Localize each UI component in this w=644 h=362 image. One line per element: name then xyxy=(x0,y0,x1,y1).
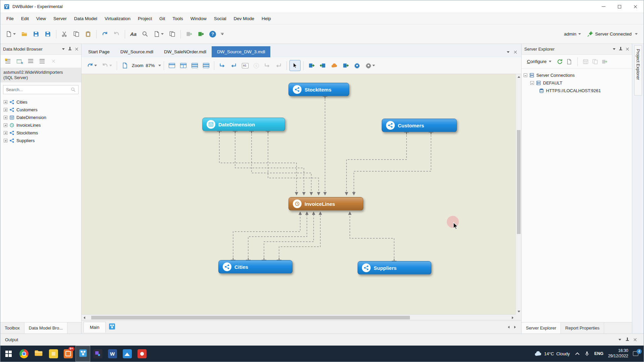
comment-button[interactable] xyxy=(152,29,166,39)
menu-dev-mode[interactable]: Dev Mode xyxy=(230,14,258,23)
curved-route-button-1[interactable] xyxy=(262,60,272,71)
table-export-icon[interactable] xyxy=(601,59,607,65)
pin-icon[interactable] xyxy=(619,47,623,51)
vertical-scroll-thumb[interactable] xyxy=(517,130,521,234)
tree-item-stockitems[interactable]: StockItems xyxy=(1,129,80,137)
configure-button[interactable]: Configure xyxy=(525,57,553,66)
list-view-button[interactable] xyxy=(38,57,46,65)
find-button[interactable] xyxy=(140,29,150,39)
menu-server[interactable]: Server xyxy=(50,14,70,23)
add-to-model-button[interactable] xyxy=(306,60,317,71)
layout-style-button-1[interactable] xyxy=(167,61,177,70)
model-settings-button[interactable] xyxy=(352,60,362,71)
pin-icon[interactable] xyxy=(68,47,72,51)
expand-icon[interactable] xyxy=(4,100,7,104)
menu-virtualization[interactable]: Virtualization xyxy=(101,14,134,23)
tab-start-page[interactable]: Start Page xyxy=(83,46,115,57)
taskbar-photos[interactable] xyxy=(120,346,135,362)
menu-social[interactable]: Social xyxy=(211,14,230,23)
scroll-up-icon[interactable] xyxy=(516,74,522,80)
node-suppliers[interactable]: Suppliers xyxy=(358,261,431,275)
copy-button[interactable] xyxy=(71,29,82,39)
menu-window[interactable]: Window xyxy=(187,14,210,23)
font-button[interactable]: Aa xyxy=(128,29,139,39)
tab-report-properties[interactable]: Report Properties xyxy=(561,322,604,334)
menu-file[interactable]: File xyxy=(3,14,17,23)
deploy-button[interactable] xyxy=(340,60,351,71)
tree-item-localhost[interactable]: HTTPS://LOCALHOST:9261 xyxy=(524,87,630,95)
model-list-button[interactable] xyxy=(4,57,12,65)
taskbar-notes[interactable] xyxy=(46,346,61,362)
collapse-icon[interactable] xyxy=(524,73,527,77)
node-datedimension[interactable]: DateDimension xyxy=(202,118,285,131)
search-input[interactable] xyxy=(3,85,78,94)
layout-style-button-4[interactable] xyxy=(201,61,211,70)
tree-item-invoicelines[interactable]: InvoiceLines xyxy=(1,121,80,129)
minimize-button[interactable] xyxy=(595,0,611,13)
expand-icon[interactable] xyxy=(4,139,7,142)
layout-style-button-2[interactable] xyxy=(178,61,189,70)
close-panel-icon[interactable] xyxy=(75,47,78,51)
chevron-down-icon[interactable] xyxy=(619,339,621,341)
zoom-fit-button[interactable] xyxy=(120,60,130,71)
microphone-icon[interactable] xyxy=(584,351,590,356)
tray-expand-icon[interactable] xyxy=(575,352,580,357)
relationship-route-button-2[interactable] xyxy=(228,60,239,71)
tab-list-icon[interactable] xyxy=(507,51,509,53)
canvas-redo-button[interactable] xyxy=(100,60,114,71)
expand-icon[interactable] xyxy=(4,108,7,112)
node-invoicelines[interactable]: InvoiceLines xyxy=(288,197,363,210)
menu-data-model[interactable]: Data Model xyxy=(71,14,101,23)
menu-edit[interactable]: Edit xyxy=(18,14,32,23)
table-view-icon[interactable] xyxy=(583,59,589,65)
new-file-button[interactable] xyxy=(4,29,18,39)
clock[interactable]: 16:30 29/12/2022 xyxy=(608,348,628,359)
taskbar-word[interactable]: W xyxy=(105,346,120,362)
menu-help[interactable]: Help xyxy=(258,14,274,23)
vertical-scrollbar[interactable] xyxy=(516,74,521,314)
menu-git[interactable]: Git xyxy=(156,14,168,23)
tab-dw-salenorder[interactable]: DW_SaleNOrder.mdl xyxy=(159,46,212,57)
project-explorer-tab[interactable]: Project Explorer xyxy=(634,45,642,96)
zoom-value[interactable]: 87% xyxy=(146,63,157,68)
weather-widget[interactable]: 14°C Cloudy xyxy=(532,346,572,362)
horizontal-scrollbar[interactable] xyxy=(82,314,516,320)
node-cities[interactable]: Cities xyxy=(218,260,292,274)
layout-window-button[interactable] xyxy=(167,29,177,39)
chevron-down-icon[interactable] xyxy=(613,48,615,50)
table-edit-icon[interactable] xyxy=(592,59,598,65)
design-canvas[interactable]: StockItems DateDimension Customers Invoi… xyxy=(82,74,516,314)
maximize-button[interactable] xyxy=(611,0,628,13)
toolbar-overflow-button[interactable] xyxy=(219,33,225,36)
tree-item-cities[interactable]: Cities xyxy=(1,98,80,106)
help-button[interactable]: ? xyxy=(207,29,218,40)
scroll-right-icon[interactable] xyxy=(510,315,516,320)
chevron-down-icon[interactable] xyxy=(62,48,65,50)
scroll-left-icon[interactable] xyxy=(82,315,87,320)
canvas-tab-main[interactable]: Main xyxy=(84,322,106,333)
tab-server-explorer[interactable]: Server Explorer xyxy=(522,322,561,334)
close-tab-icon[interactable] xyxy=(514,50,517,54)
next-page-icon[interactable] xyxy=(514,326,516,328)
output-panel-tab[interactable]: Output xyxy=(5,337,18,342)
delete-button[interactable] xyxy=(49,57,57,65)
curved-route-button-2[interactable] xyxy=(273,60,284,71)
tab-dw-source-dw-3[interactable]: DW_Source_DW_3.mdl xyxy=(212,46,270,57)
tree-item-server-connections[interactable]: Server Connections xyxy=(524,71,630,79)
expand-icon[interactable] xyxy=(4,116,7,119)
expand-icon[interactable] xyxy=(4,131,7,135)
undo-button[interactable] xyxy=(100,29,110,39)
relationship-route-button-1[interactable] xyxy=(217,60,227,71)
layout-style-button-3[interactable] xyxy=(190,61,200,70)
prev-page-icon[interactable] xyxy=(508,326,509,328)
taskbar-dev-tool[interactable] xyxy=(90,346,105,362)
refresh-icon[interactable] xyxy=(557,59,563,65)
save-button[interactable] xyxy=(31,29,41,39)
attach-button[interactable] xyxy=(184,29,194,39)
tree-item-suppliers[interactable]: Suppliers xyxy=(1,137,80,144)
tree-item-datedimension[interactable]: DateDimension xyxy=(1,114,80,121)
cut-button[interactable] xyxy=(59,29,70,39)
taskbar-file-explorer[interactable] xyxy=(31,346,46,362)
notification-center[interactable]: 4 xyxy=(633,351,640,356)
start-button[interactable] xyxy=(0,346,16,362)
